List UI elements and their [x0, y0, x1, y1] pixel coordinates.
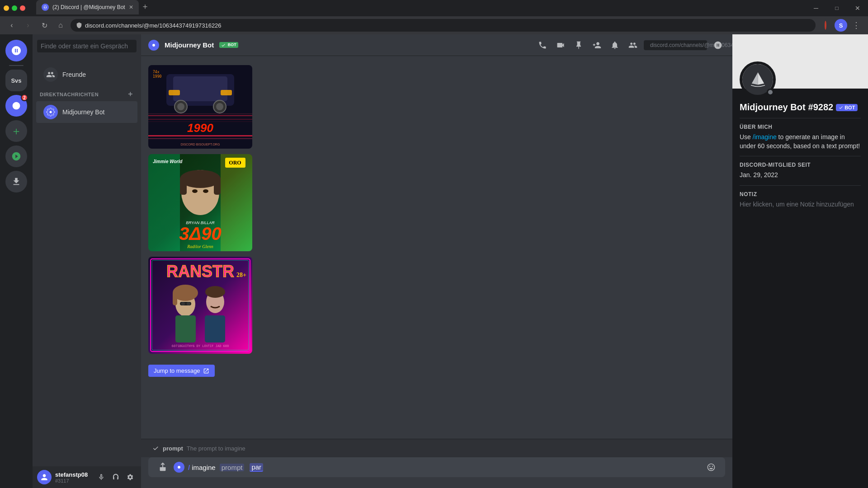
chat-input-area: / imagine prompt par — [141, 457, 732, 488]
svg-rect-21 — [148, 138, 252, 139]
svs-label: Svs — [11, 77, 21, 84]
profile-discriminator: #9282 — [808, 102, 834, 113]
forward-btn[interactable]: › — [22, 19, 34, 32]
profile-menu-btn[interactable]: S — [835, 19, 847, 32]
browser-chrome: (2) Discord | @Midjourney Bot ✕ ＋ ─ □ ✕ … — [0, 0, 868, 34]
svg-text:ORO: ORO — [229, 160, 241, 166]
imagine-link[interactable]: /imagine — [753, 133, 777, 141]
profile-banner — [732, 34, 868, 89]
browser-menu-btn[interactable]: ⋮ — [850, 19, 863, 32]
svg-text:3Δ90: 3Δ90 — [179, 224, 222, 244]
inbox-btn[interactable] — [608, 38, 622, 52]
explore-servers-btn[interactable] — [5, 145, 27, 167]
svg-point-50 — [205, 286, 225, 298]
note-placeholder[interactable]: Hier klicken, um eine Notiz hinzuzufügen — [740, 200, 861, 209]
about-me-text: Use /imagine to generate an image in und… — [740, 133, 861, 150]
win-close-btn[interactable]: ✕ — [847, 0, 868, 16]
svg-rect-51 — [175, 315, 196, 343]
deafen-btn[interactable] — [109, 471, 122, 483]
svg-rect-9 — [169, 90, 180, 95]
note-title: Notiz — [740, 191, 861, 197]
svg-rect-52 — [205, 315, 225, 343]
member-since-section: Discord-Mitglied seit Jan. 29, 2022 — [740, 162, 861, 180]
poster-1-image[interactable]: 1990 74x 1990 DISCORD BISOUEPT.ORG — [148, 65, 252, 149]
svg-rect-45 — [173, 292, 177, 305]
svg-text:1990: 1990 — [153, 75, 161, 79]
browser-tab-active[interactable]: (2) Discord | @Midjourney Bot ✕ — [36, 0, 139, 14]
call-btn[interactable] — [535, 38, 550, 52]
back-btn[interactable]: ‹ — [5, 19, 18, 32]
current-user-name: stefanstp08 — [55, 471, 91, 478]
ext-6[interactable] — [825, 21, 826, 30]
profile-divider-1 — [740, 118, 861, 118]
pin-btn[interactable] — [571, 38, 586, 52]
video-btn[interactable] — [553, 38, 568, 52]
members-list-btn[interactable] — [626, 38, 640, 52]
extensions-area — [819, 19, 832, 32]
svg-rect-24 — [148, 154, 180, 251]
svg-point-1 — [46, 7, 47, 8]
block-btn[interactable] — [711, 38, 725, 52]
svg-point-55 — [178, 466, 180, 469]
add-member-btn[interactable] — [590, 38, 604, 52]
win-restore-btn[interactable]: □ — [826, 0, 847, 16]
window-maximize-btn[interactable] — [12, 5, 17, 11]
autocomplete-item[interactable]: prompt The prompt to imagine — [148, 443, 725, 454]
svg-text:RANSTR: RANSTR — [166, 262, 234, 281]
svg-point-32 — [203, 189, 208, 193]
tab-close-btn[interactable]: ✕ — [129, 4, 133, 10]
chat-header-actions: discord.com/channels/@me/106344374919731… — [535, 38, 725, 52]
svg-text:6071BGUITHY6  DY LOVTIF JAD 60: 6071BGUITHY6 DY LOVTIF JAD 600 — [172, 344, 229, 348]
new-tab-btn[interactable]: ＋ — [139, 0, 151, 13]
poster-2-image[interactable]: Jimmie World ORO BRYAN BILLAR — [148, 154, 252, 251]
address-bar[interactable]: discord.com/channels/@me/106344374919731… — [71, 19, 816, 32]
profile-name-row: Midjourney Bot #9282 BOT — [740, 102, 861, 113]
svs-server-icon[interactable]: Svs — [5, 70, 27, 91]
svg-point-31 — [192, 189, 198, 193]
command-arg2: par — [250, 463, 263, 472]
settings-btn[interactable] — [124, 471, 137, 483]
profile-panel: Midjourney Bot #9282 BOT Über mich Use /… — [732, 34, 868, 488]
chat-messages-area: 1990 74x 1990 DISCORD BISOUEPT.ORG — [141, 56, 732, 439]
dm-add-btn[interactable]: ＋ — [127, 89, 134, 99]
home-server-icon[interactable] — [5, 40, 27, 61]
bot-avatar-input — [174, 462, 184, 473]
autocomplete-command: prompt — [163, 445, 183, 452]
tab-title: (2) Discord | @Midjourney Bot — [52, 4, 125, 10]
friends-label: Freunde — [62, 71, 86, 78]
reload-btn[interactable]: ↻ — [38, 19, 51, 32]
dm-search-input[interactable] — [37, 40, 137, 52]
svg-text:74x: 74x — [153, 70, 160, 74]
current-user-info: stefanstp08 #3117 — [55, 471, 91, 483]
server-sidebar: Svs 2 ＋ — [0, 34, 33, 488]
discord-favicon — [42, 4, 49, 11]
svg-text:28+: 28+ — [236, 272, 246, 278]
poster-3-image[interactable]: RANSTR 28+ — [148, 257, 252, 354]
win-minimize-btn[interactable]: ─ — [806, 0, 826, 16]
midjourney-bot-name: Midjourney Bot — [62, 108, 104, 116]
dm-friends-item[interactable]: Freunde — [36, 64, 137, 85]
server-divider — [9, 65, 24, 66]
command-icon — [152, 445, 159, 452]
server-3-icon[interactable]: 2 — [5, 95, 27, 117]
note-section: Notiz Hier klicken, um eine Notiz hinzuz… — [740, 191, 861, 209]
mute-btn[interactable] — [95, 471, 108, 483]
svg-text:DISCORD BISOUEPT.ORG: DISCORD BISOUEPT.ORG — [181, 143, 220, 146]
emoji-btn[interactable] — [704, 460, 718, 474]
window-minimize-btn[interactable] — [4, 5, 9, 11]
message-image-1: 1990 74x 1990 DISCORD BISOUEPT.ORG — [148, 65, 725, 152]
dm-midjourney-bot[interactable]: Midjourney Bot — [36, 101, 137, 123]
svg-point-48 — [187, 302, 190, 305]
add-server-btn[interactable]: ＋ — [5, 120, 27, 142]
home-btn[interactable]: ⌂ — [54, 19, 67, 32]
chat-input-content[interactable]: / imagine prompt par — [188, 463, 701, 472]
profile-username: Midjourney Bot — [740, 102, 806, 113]
attach-btn[interactable] — [156, 460, 170, 474]
jump-to-message-btn[interactable]: Jump to message — [148, 365, 215, 377]
search-bar-header[interactable]: discord.com/channels/@me/106344374919731… — [644, 40, 707, 50]
window-close-btn[interactable] — [20, 5, 25, 11]
direktnachrichten-header: Direktnachrichten ＋ — [33, 86, 141, 101]
download-btn[interactable] — [5, 171, 27, 192]
profile-bot-badge: BOT — [836, 104, 858, 111]
svg-text:Radilor Glenn: Radilor Glenn — [187, 244, 213, 249]
